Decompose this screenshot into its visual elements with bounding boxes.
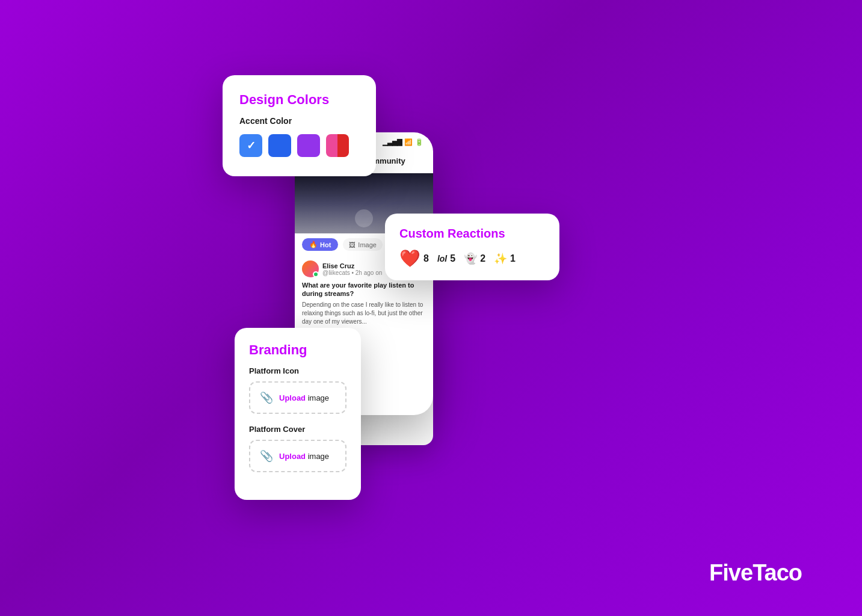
branding-title: Branding — [249, 342, 346, 358]
design-colors-card: Design Colors Accent Color — [223, 75, 376, 176]
swatch-blue-check[interactable] — [239, 134, 262, 157]
background: Design Colors Accent Color 9:41 ▁▃▅▇ 📶 🔋… — [0, 0, 862, 616]
reactions-row: ❤️ 8 lol 5 👻 2 ✨ 1 — [399, 250, 545, 267]
heart-emoji: ❤️ — [399, 250, 420, 267]
swatch-dark-blue[interactable] — [268, 134, 291, 157]
author-name: Elise Cruz — [322, 262, 382, 270]
sparkle-count: 1 — [510, 253, 516, 264]
color-swatches — [239, 134, 359, 157]
paperclip-cover-icon: 📎 — [260, 449, 273, 463]
upload-cover-link: Upload — [279, 452, 306, 461]
paperclip-icon: 📎 — [260, 391, 273, 404]
lol-count: 5 — [450, 253, 455, 264]
post-body: Depending on the case I really like to l… — [302, 301, 426, 326]
logo-five: Five — [709, 560, 753, 585]
reactions-title: Custom Reactions — [399, 227, 545, 241]
tab-image[interactable]: 🖼 Image — [343, 238, 383, 251]
battery-icon: 🔋 — [415, 138, 423, 146]
tab-image-label: Image — [358, 241, 377, 248]
fivetaco-logo: FiveTaco — [709, 560, 802, 586]
fire-icon: 🔥 — [309, 241, 318, 248]
reaction-ghost: 👻 2 — [464, 252, 485, 265]
upload-icon-box[interactable]: 📎 Upload image — [249, 381, 346, 414]
tab-hot-label: Hot — [320, 241, 331, 248]
author-handle: @liikecats • 2h ago on — [322, 270, 382, 276]
tab-hot[interactable]: 🔥 Hot — [302, 238, 338, 251]
upload-icon-text: Upload image — [279, 393, 329, 402]
upload-cover-box[interactable]: 📎 Upload image — [249, 440, 346, 472]
reaction-sparkle: ✨ 1 — [494, 252, 516, 265]
author-info: Elise Cruz @liikecats • 2h ago on — [322, 262, 382, 276]
post-title: What are your favorite play listen to du… — [302, 281, 426, 298]
sparkle-emoji: ✨ — [494, 252, 507, 265]
reaction-heart: ❤️ 8 — [399, 250, 429, 267]
ghost-emoji: 👻 — [464, 252, 477, 265]
upload-icon-link: Upload — [279, 393, 306, 402]
design-colors-title: Design Colors — [239, 92, 359, 108]
signal-icon: ▁▃▅▇ — [383, 138, 402, 146]
accent-color-label: Accent Color — [239, 116, 359, 126]
ghost-count: 2 — [480, 253, 485, 264]
platform-icon-label: Platform Icon — [249, 366, 346, 375]
heart-count: 8 — [423, 253, 429, 264]
image-icon: 🖼 — [349, 241, 356, 248]
logo-taco: Taco — [753, 560, 802, 585]
upload-cover-text: Upload image — [279, 452, 329, 461]
custom-reactions-card: Custom Reactions ❤️ 8 lol 5 👻 2 ✨ 1 — [385, 214, 559, 280]
lol-emoji: lol — [437, 254, 447, 263]
swatch-purple[interactable] — [297, 134, 320, 157]
wifi-icon: 📶 — [404, 138, 413, 146]
author-avatar-wrapper — [302, 260, 319, 277]
platform-cover-label: Platform Cover — [249, 425, 346, 434]
reaction-lol: lol 5 — [437, 253, 455, 264]
swatch-pink-red[interactable] — [326, 134, 349, 157]
online-badge — [313, 271, 319, 277]
branding-card: Branding Platform Icon 📎 Upload image Pl… — [235, 328, 361, 500]
phone-status-icons: ▁▃▅▇ 📶 🔋 — [383, 138, 423, 146]
